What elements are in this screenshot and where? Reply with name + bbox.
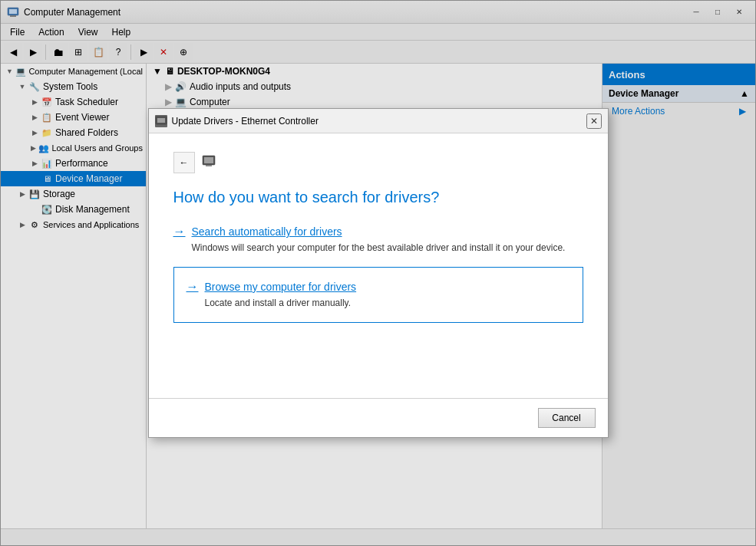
- dialog-title-left: Update Drivers - Ethernet Controller: [155, 115, 319, 127]
- svg-rect-6: [204, 157, 213, 163]
- option1-desc: Windows will search your computer for th…: [192, 242, 583, 255]
- dialog-title-bar: Update Drivers - Ethernet Controller ✕: [149, 109, 608, 133]
- cancel-button[interactable]: Cancel: [538, 408, 596, 428]
- dialog-title-text: Update Drivers - Ethernet Controller: [172, 116, 319, 127]
- option2-arrow: →: [187, 280, 199, 294]
- dialog-close-button[interactable]: ✕: [586, 113, 602, 129]
- update-drivers-dialog: Update Drivers - Ethernet Controller ✕ ←…: [148, 108, 609, 438]
- option1-label: Search automatically for drivers: [192, 225, 342, 238]
- dialog-overlay: Update Drivers - Ethernet Controller ✕ ←…: [0, 0, 756, 546]
- dialog-heading: How do you want to search for drivers?: [173, 189, 583, 206]
- browse-computer-button[interactable]: → Browse my computer for drivers: [187, 280, 570, 294]
- dialog-content: ← How do you want to search for drivers?…: [149, 133, 608, 398]
- dialog-option-auto: → Search automatically for drivers Windo…: [173, 225, 583, 255]
- svg-rect-4: [157, 118, 165, 123]
- dialog-option-browse-box[interactable]: → Browse my computer for drivers Locate …: [173, 267, 583, 323]
- dialog-nav-icon: [201, 154, 216, 172]
- search-auto-button[interactable]: → Search automatically for drivers: [173, 225, 583, 238]
- option2-label: Browse my computer for drivers: [205, 281, 357, 293]
- option1-arrow: →: [173, 225, 186, 238]
- dialog-footer: Cancel: [149, 398, 608, 437]
- dialog-back-button[interactable]: ←: [173, 152, 195, 173]
- dialog-nav: ←: [173, 152, 583, 173]
- svg-rect-7: [206, 165, 212, 166]
- dialog-title-icon: [155, 115, 167, 127]
- option2-desc: Locate and install a driver manually.: [205, 297, 570, 310]
